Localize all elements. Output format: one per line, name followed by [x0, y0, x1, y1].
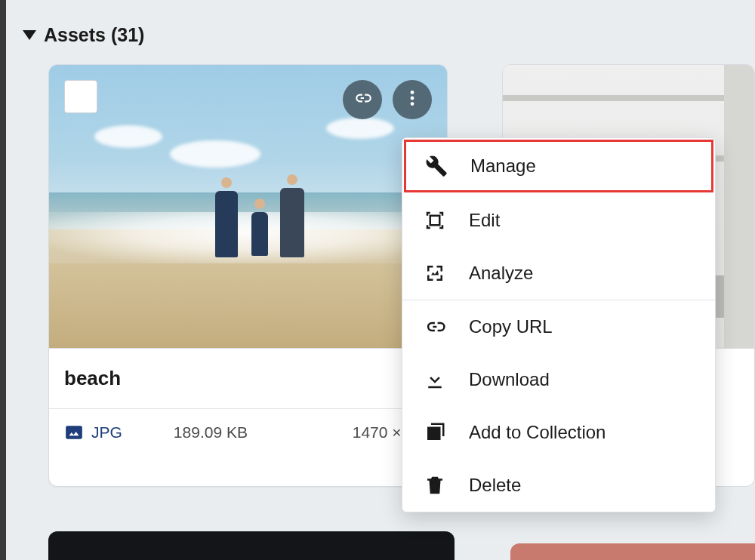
caret-down-icon: [23, 30, 36, 40]
download-icon: [424, 368, 446, 391]
menu-item-add-to-collection[interactable]: Add to Collection: [402, 406, 715, 459]
menu-item-label: Download: [469, 369, 550, 390]
link-icon: [353, 88, 372, 111]
svg-rect-4: [430, 216, 440, 226]
menu-item-manage[interactable]: Manage: [404, 140, 713, 192]
crop-icon: [424, 209, 446, 232]
menu-item-edit[interactable]: Edit: [402, 194, 715, 247]
menu-item-label: Edit: [469, 210, 500, 231]
image-type-icon: [64, 423, 84, 442]
asset-card[interactable]: beach JPG 189.09 KB 1470 × 980: [48, 64, 448, 487]
menu-item-label: Delete: [469, 475, 521, 496]
svg-point-2: [411, 102, 414, 106]
trash-icon: [424, 474, 446, 497]
left-gutter: [0, 0, 6, 560]
wrench-icon: [425, 155, 448, 177]
svg-rect-3: [66, 426, 82, 438]
link-icon: [424, 315, 446, 338]
menu-item-delete[interactable]: Delete: [402, 459, 715, 512]
asset-meta-row: JPG 189.09 KB 1470 × 980: [49, 409, 447, 457]
asset-context-menu: Manage Edit Analyze Copy URL Download Ad…: [402, 137, 716, 512]
menu-item-label: Manage: [470, 155, 536, 177]
asset-size: 189.09 KB: [174, 423, 248, 442]
menu-item-download[interactable]: Download: [402, 353, 715, 406]
collection-icon: [424, 421, 446, 444]
asset-format: JPG: [91, 423, 122, 442]
asset-title: beach: [64, 367, 432, 390]
select-checkbox[interactable]: [64, 80, 97, 113]
asset-card[interactable]: [48, 531, 455, 560]
asset-thumbnail: [49, 65, 447, 349]
menu-item-label: Analyze: [469, 263, 533, 284]
menu-item-label: Copy URL: [469, 316, 553, 337]
menu-item-label: Add to Collection: [469, 422, 606, 443]
svg-point-1: [411, 97, 414, 100]
svg-point-0: [411, 91, 414, 94]
asset-card[interactable]: [510, 543, 755, 560]
section-header[interactable]: Assets (31): [23, 24, 755, 46]
menu-item-copy-url[interactable]: Copy URL: [402, 300, 715, 353]
more-vertical-icon: [402, 88, 422, 111]
menu-item-analyze[interactable]: Analyze: [402, 247, 715, 300]
section-title: Assets (31): [44, 24, 144, 46]
analyze-icon: [424, 262, 446, 285]
asset-title-row: beach: [49, 349, 447, 409]
